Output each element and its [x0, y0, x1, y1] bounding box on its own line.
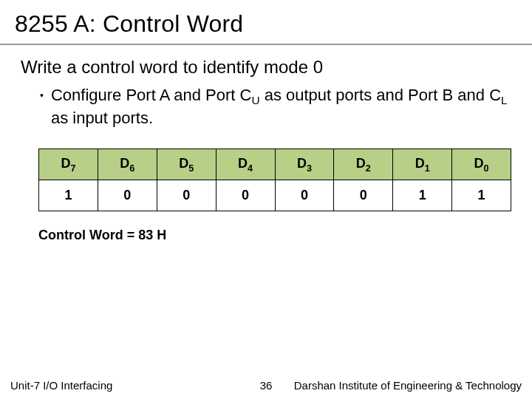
footer-institute: Darshan Institute of Engineering & Techn… — [294, 379, 522, 392]
bullet-mid: as output ports and Port B and C — [260, 86, 502, 104]
footer: Unit-7 I/O Interfacing 36 Darshan Instit… — [0, 379, 532, 392]
slide-title: 8255 A: Control Word — [0, 0, 532, 45]
table-header: D0 — [452, 149, 511, 180]
table-header: D3 — [275, 149, 334, 180]
table-cell: 1 — [452, 180, 511, 211]
table-header-row: D7 D6 D5 D4 D3 D2 D1 D0 — [39, 149, 511, 180]
table-cell: 0 — [334, 180, 393, 211]
content-area: Write a control word to identify mode 0 … — [0, 45, 532, 243]
table-cell: 0 — [157, 180, 216, 211]
table-header: D4 — [216, 149, 275, 180]
result-text: Control Word = 83 H — [38, 228, 511, 243]
bullet-sub2: L — [501, 94, 508, 106]
table-header: D2 — [334, 149, 393, 180]
table-value-row: 1 0 0 0 0 0 1 1 — [39, 180, 511, 211]
bullet-dot-icon: • — [40, 89, 44, 102]
footer-unit: Unit-7 I/O Interfacing — [10, 379, 112, 392]
table-cell: 1 — [39, 180, 98, 211]
control-word-table: D7 D6 D5 D4 D3 D2 D1 D0 1 0 0 0 0 0 1 1 — [38, 149, 511, 211]
table-cell: 0 — [275, 180, 334, 211]
table-header: D6 — [98, 149, 157, 180]
subheading: Write a control word to identify mode 0 — [21, 57, 511, 78]
table-cell: 0 — [98, 180, 157, 211]
table-header: D5 — [157, 149, 216, 180]
bullet-text: Configure Port A and Port CU as output p… — [51, 85, 511, 129]
bullet-post: as input ports. — [51, 109, 153, 127]
table-cell: 1 — [393, 180, 452, 211]
bullet-pre: Configure Port A and Port C — [51, 86, 252, 104]
bullet-item: • Configure Port A and Port CU as output… — [40, 85, 511, 129]
table-header: D7 — [39, 149, 98, 180]
bullet-sub1: U — [251, 94, 259, 106]
table-cell: 0 — [216, 180, 275, 211]
table-header: D1 — [393, 149, 452, 180]
footer-page-number: 36 — [260, 379, 273, 392]
